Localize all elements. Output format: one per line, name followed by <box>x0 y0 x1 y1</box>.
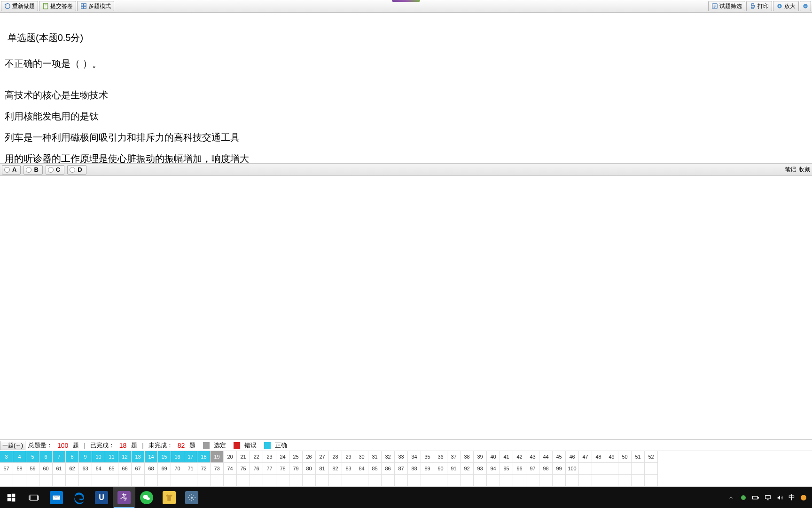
nav-cell-81[interactable]: 81 <box>316 463 329 475</box>
filter-button[interactable]: 试题筛选 <box>708 1 745 11</box>
nav-cell-18[interactable]: 18 <box>197 451 211 463</box>
nav-cell-5[interactable]: 5 <box>26 451 39 463</box>
nav-cell-46[interactable]: 46 <box>566 451 579 463</box>
nav-cell-25[interactable]: 25 <box>289 451 303 463</box>
minimize-button[interactable] <box>800 1 811 11</box>
nav-cell-10[interactable]: 10 <box>92 451 105 463</box>
nav-cell-89[interactable]: 89 <box>421 463 434 475</box>
tray-battery-icon[interactable] <box>752 494 759 501</box>
zoom-button[interactable]: 放大 <box>773 1 799 11</box>
nav-cell-69[interactable]: 69 <box>158 463 171 475</box>
nav-cell-26[interactable]: 26 <box>303 451 316 463</box>
nav-cell-99[interactable]: 99 <box>553 463 566 475</box>
tray-volume-icon[interactable] <box>776 494 784 501</box>
nav-cell-51[interactable]: 51 <box>632 451 645 463</box>
nav-cell-22[interactable]: 22 <box>250 451 263 463</box>
tray-network-icon[interactable] <box>764 494 772 501</box>
nav-cell-71[interactable]: 71 <box>184 463 197 475</box>
nav-cell-35[interactable]: 35 <box>421 451 434 463</box>
app-yellow[interactable] <box>158 487 180 508</box>
nav-cell-17[interactable]: 17 <box>184 451 197 463</box>
wechat-app[interactable] <box>135 487 158 508</box>
note-button[interactable]: 笔记 <box>785 166 796 174</box>
nav-cell-44[interactable]: 44 <box>539 451 553 463</box>
nav-cell-91[interactable]: 91 <box>447 463 461 475</box>
nav-cell-47[interactable]: 47 <box>579 451 592 463</box>
nav-cell-73[interactable]: 73 <box>211 463 224 475</box>
nav-cell-84[interactable]: 84 <box>355 463 368 475</box>
nav-cell-58[interactable]: 58 <box>13 463 26 475</box>
nav-cell-24[interactable]: 24 <box>276 451 289 463</box>
nav-cell-39[interactable]: 39 <box>474 451 487 463</box>
nav-cell-6[interactable]: 6 <box>39 451 53 463</box>
choice-d[interactable]: D <box>67 165 86 175</box>
nav-cell-82[interactable]: 82 <box>329 463 342 475</box>
nav-cell-43[interactable]: 43 <box>526 451 539 463</box>
nav-cell-95[interactable]: 95 <box>500 463 513 475</box>
nav-cell-30[interactable]: 30 <box>355 451 368 463</box>
nav-cell-68[interactable]: 68 <box>145 463 158 475</box>
nav-cell-86[interactable]: 86 <box>382 463 395 475</box>
nav-cell-63[interactable]: 63 <box>79 463 92 475</box>
nav-cell-97[interactable]: 97 <box>526 463 539 475</box>
submit-button[interactable]: 提交答卷 <box>39 1 76 11</box>
nav-cell-13[interactable]: 13 <box>132 451 145 463</box>
nav-cell-66[interactable]: 66 <box>118 463 132 475</box>
redo-button[interactable]: 重新做题 <box>1 1 38 11</box>
nav-cell-50[interactable]: 50 <box>618 451 632 463</box>
nav-cell-3[interactable]: 3 <box>0 451 13 463</box>
print-button[interactable]: 打印 <box>746 1 772 11</box>
nav-cell-29[interactable]: 29 <box>342 451 355 463</box>
nav-cell-28[interactable]: 28 <box>329 451 342 463</box>
taskview-button[interactable] <box>23 487 45 508</box>
nav-cell-12[interactable]: 12 <box>118 451 132 463</box>
app-settings[interactable] <box>180 487 203 508</box>
nav-cell-20[interactable]: 20 <box>224 451 237 463</box>
nav-cell-52[interactable]: 52 <box>645 451 658 463</box>
nav-cell-48[interactable]: 48 <box>592 451 605 463</box>
nav-cell-45[interactable]: 45 <box>553 451 566 463</box>
exam-app[interactable]: 考 <box>113 487 135 508</box>
nav-cell-93[interactable]: 93 <box>474 463 487 475</box>
choice-b[interactable]: B <box>23 165 42 175</box>
app-u[interactable]: U <box>90 487 113 508</box>
nav-cell-77[interactable]: 77 <box>263 463 276 475</box>
nav-cell-96[interactable]: 96 <box>513 463 526 475</box>
nav-cell-49[interactable]: 49 <box>605 451 618 463</box>
nav-cell-72[interactable]: 72 <box>197 463 211 475</box>
nav-cell-34[interactable]: 34 <box>408 451 421 463</box>
nav-cell-11[interactable]: 11 <box>105 451 118 463</box>
nav-cell-85[interactable]: 85 <box>368 463 382 475</box>
nav-cell-42[interactable]: 42 <box>513 451 526 463</box>
nav-cell-79[interactable]: 79 <box>289 463 303 475</box>
nav-cell-7[interactable]: 7 <box>53 451 66 463</box>
nav-cell-33[interactable]: 33 <box>395 451 408 463</box>
start-button[interactable] <box>0 487 23 508</box>
nav-cell-16[interactable]: 16 <box>171 451 184 463</box>
nav-cell-76[interactable]: 76 <box>250 463 263 475</box>
choice-a[interactable]: A <box>2 165 21 175</box>
nav-cell-67[interactable]: 67 <box>132 463 145 475</box>
nav-cell-80[interactable]: 80 <box>303 463 316 475</box>
nav-cell-57[interactable]: 57 <box>0 463 13 475</box>
nav-cell-38[interactable]: 38 <box>461 451 474 463</box>
nav-cell-23[interactable]: 23 <box>263 451 276 463</box>
nav-cell-27[interactable]: 27 <box>316 451 329 463</box>
tray-face-icon[interactable] <box>800 494 807 501</box>
tray-chevron-icon[interactable] <box>727 494 735 501</box>
tray-green-icon[interactable] <box>740 494 747 501</box>
nav-cell-32[interactable]: 32 <box>382 451 395 463</box>
nav-cell-70[interactable]: 70 <box>171 463 184 475</box>
nav-cell-15[interactable]: 15 <box>158 451 171 463</box>
nav-cell-92[interactable]: 92 <box>461 463 474 475</box>
ime-indicator[interactable]: 中 <box>789 493 795 502</box>
nav-cell-75[interactable]: 75 <box>237 463 250 475</box>
nav-cell-37[interactable]: 37 <box>447 451 461 463</box>
nav-cell-87[interactable]: 87 <box>395 463 408 475</box>
nav-cell-19[interactable]: 19 <box>211 451 224 463</box>
nav-cell-88[interactable]: 88 <box>408 463 421 475</box>
nav-cell-31[interactable]: 31 <box>368 451 382 463</box>
edge-app[interactable] <box>68 487 90 508</box>
choice-c[interactable]: C <box>46 165 64 175</box>
nav-cell-83[interactable]: 83 <box>342 463 355 475</box>
